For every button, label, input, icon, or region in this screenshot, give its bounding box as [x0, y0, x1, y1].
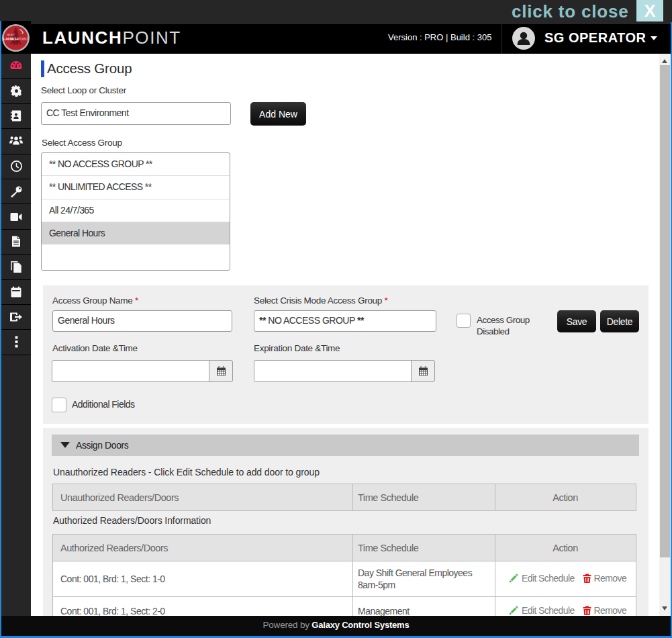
svg-text:LAUNCHPOINT: LAUNCHPOINT — [3, 37, 29, 41]
svg-text:GALAXY: GALAXY — [7, 34, 15, 36]
